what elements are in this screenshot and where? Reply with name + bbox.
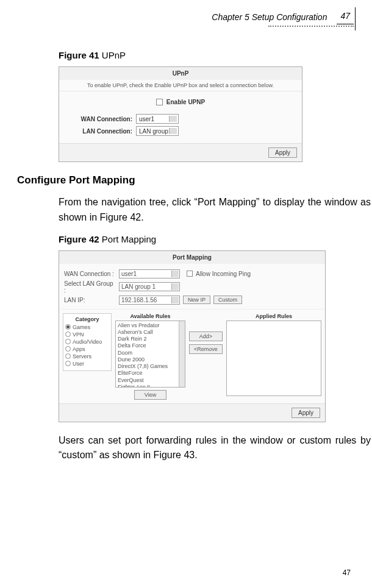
radio-icon <box>65 353 71 359</box>
figure41-label: Figure 41 <box>59 50 102 60</box>
upnp-panel-title: UPnP <box>59 67 302 80</box>
pm-lan-ip-value: 192.168.1.56 <box>121 297 157 303</box>
radio-icon <box>65 331 71 337</box>
upnp-apply-button[interactable]: Apply <box>268 147 297 158</box>
pm-wan-select[interactable]: user1 <box>119 269 180 278</box>
available-rules-panel: Available Rules Alien vs Predator Ashero… <box>115 313 185 400</box>
category-option-games[interactable]: Games <box>65 324 109 330</box>
figure42-screenshot: Port Mapping WAN Connection : user1 Allo… <box>59 250 326 422</box>
page-content: Figure 41 UPnP UPnP To enable UPnP, chec… <box>0 50 372 472</box>
category-option-audio-video[interactable]: Audio/Video <box>65 339 109 345</box>
rule-item[interactable]: Doom <box>118 350 183 356</box>
available-rules-title: Available Rules <box>115 313 185 319</box>
pm-lan-ip-label: LAN IP: <box>64 297 116 303</box>
figure41-caption: Figure 41 UPnP <box>59 50 372 60</box>
view-button[interactable]: View <box>134 390 166 400</box>
header-page-number: 47 <box>337 11 354 23</box>
custom-button[interactable]: Custom <box>213 296 242 304</box>
rule-item[interactable]: Dark Rein 2 <box>118 336 183 342</box>
add-button[interactable]: Add> <box>189 331 223 341</box>
pm-lan-ip-select[interactable]: 192.168.1.56 <box>119 296 180 305</box>
category-option-vpn[interactable]: VPN <box>65 331 109 338</box>
pm-wan-label: WAN Connection : <box>64 271 116 277</box>
applied-rules-listbox[interactable] <box>226 321 321 396</box>
category-label: VPN <box>73 331 84 338</box>
radio-icon <box>65 346 71 352</box>
pm-lan-group-value: LAN group 1 <box>121 283 156 290</box>
lan-connection-value: LAN group 1 <box>139 128 173 135</box>
rule-item[interactable]: Alien vs Predator <box>118 322 183 329</box>
pm-wan-value: user1 <box>121 271 137 277</box>
chapter-title: Chapter 5 Setup Configuration <box>212 12 327 22</box>
enable-upnp-checkbox[interactable] <box>156 99 163 105</box>
header-dotted-rule <box>268 26 354 27</box>
figure42-label: Figure 42 <box>59 234 102 244</box>
radio-icon <box>65 339 71 344</box>
footer-page-number: 47 <box>343 569 351 577</box>
allow-ping-checkbox[interactable] <box>187 271 193 277</box>
remove-button[interactable]: <Remove <box>189 344 223 354</box>
applied-rules-title: Applied Rules <box>226 313 321 319</box>
paragraph-2: Users can set port forwarding rules in t… <box>59 433 371 464</box>
rule-item[interactable]: Fighter Ace II <box>118 384 183 388</box>
figure41-name: UPnP <box>102 50 126 60</box>
page-header: Chapter 5 Setup Configuration 47 <box>212 11 354 23</box>
figure42-caption: Figure 42 Port Mapping <box>59 234 372 244</box>
rule-item[interactable]: Asheron's Call <box>118 329 183 336</box>
rule-item[interactable]: EverQuest <box>118 377 183 384</box>
port-mapping-apply-button[interactable]: Apply <box>292 408 320 418</box>
listbox-scrollbar[interactable] <box>179 321 185 387</box>
allow-ping-label: Allow Incoming Ping <box>196 271 251 277</box>
rule-item[interactable]: Delta Force <box>118 342 183 349</box>
rule-item[interactable]: EliteForce <box>118 370 183 377</box>
category-option-apps[interactable]: Apps <box>65 346 109 352</box>
port-mapping-title: Port Mapping <box>59 251 325 264</box>
category-option-user[interactable]: User <box>65 361 109 367</box>
pm-lan-group-select[interactable]: LAN group 1 <box>119 282 180 291</box>
radio-icon <box>65 361 71 366</box>
rule-item[interactable]: Dune 2000 <box>118 356 183 363</box>
figure41-screenshot: UPnP To enable UPnP, check the Enable UP… <box>59 66 302 162</box>
paragraph-1: From the navigation tree, click “Port Ma… <box>59 195 371 225</box>
section-heading-port-mapping: Configure Port Mapping <box>17 174 372 186</box>
category-option-servers[interactable]: Servers <box>65 353 109 360</box>
category-panel: Category Games VPN Audio/Video Apps Serv… <box>63 313 112 371</box>
wan-connection-label: WAN Connection: <box>65 116 132 122</box>
category-label: User <box>73 361 84 367</box>
lan-connection-select[interactable]: LAN group 1 <box>136 126 179 136</box>
new-ip-button[interactable]: New IP <box>183 296 210 304</box>
wan-connection-value: user1 <box>139 116 154 122</box>
category-title: Category <box>65 316 109 322</box>
category-label: Audio/Video <box>73 339 102 345</box>
wan-connection-select[interactable]: user1 <box>136 114 179 124</box>
pm-lan-group-label: Select LAN Group : <box>64 280 116 294</box>
lan-connection-label: LAN Connection: <box>65 128 132 135</box>
category-label: Apps <box>73 346 85 352</box>
enable-upnp-label: Enable UPNP <box>166 99 205 105</box>
upnp-panel-subtitle: To enable UPnP, check the Enable UPnP bo… <box>59 80 302 91</box>
available-rules-listbox[interactable]: Alien vs Predator Asheron's Call Dark Re… <box>115 321 185 388</box>
applied-rules-panel: Applied Rules <box>226 313 321 396</box>
radio-icon <box>65 324 71 330</box>
transfer-buttons: Add> <Remove <box>189 331 223 354</box>
rule-item[interactable]: DirectX (7,8) Games <box>118 363 183 370</box>
figure42-name: Port Mapping <box>102 234 156 244</box>
category-label: Servers <box>73 353 91 360</box>
category-label: Games <box>73 324 90 330</box>
